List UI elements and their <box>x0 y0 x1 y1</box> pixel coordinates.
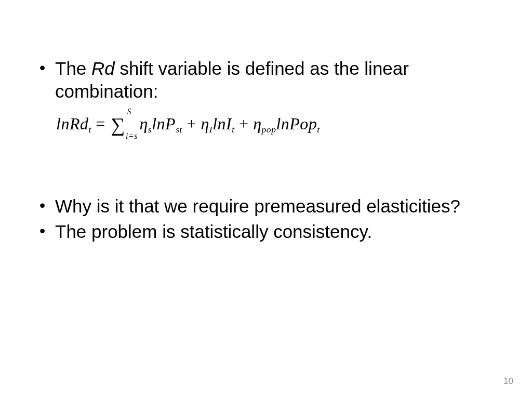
eq-t1-var: P <box>165 114 176 133</box>
eq-plus2: + <box>235 114 254 133</box>
bullet-1: The Rd shift variable is defined as the … <box>36 57 496 103</box>
bullet-3: The problem is statistically consistency… <box>36 220 496 243</box>
body-list-2: Why is it that we require premeasured el… <box>36 195 496 244</box>
eq-lhs-var: Rd <box>70 114 89 133</box>
eq-t1-ln: ln <box>152 114 165 133</box>
spacer <box>36 135 496 195</box>
equation: lnRdt = ∑Si=s ηslnPst + ηIlnIt + ηpoplnP… <box>56 114 496 135</box>
sum-icon: ∑Si=s <box>111 114 125 135</box>
body-list: The Rd shift variable is defined as the … <box>36 57 496 103</box>
sum-upper: S <box>127 107 131 116</box>
eq-eta-s: η <box>139 114 148 133</box>
eq-t2-var: I <box>226 114 232 133</box>
eq-t2-ln: ln <box>212 114 226 133</box>
slide: The Rd shift variable is defined as the … <box>0 0 532 399</box>
eq-lhs-ln: ln <box>56 114 70 133</box>
eq-t1-sub: st <box>176 124 182 135</box>
bullet-1-var: Rd <box>91 58 115 78</box>
sum-lower: i=s <box>126 131 138 141</box>
eq-eta-I: η <box>201 114 209 133</box>
eq-t3-var: Pop <box>289 114 317 133</box>
eq-eta-pop: η <box>253 114 261 133</box>
eq-t3-sub: t <box>317 124 320 135</box>
eq-plus1: + <box>182 114 201 133</box>
eq-eta-pop-sub: pop <box>262 124 276 135</box>
eq-t3-ln: ln <box>276 114 289 133</box>
page-number: 10 <box>503 376 513 387</box>
eq-eq: = <box>91 114 110 133</box>
bullet-1-pre: The <box>55 58 91 78</box>
bullet-2: Why is it that we require premeasured el… <box>36 195 496 218</box>
